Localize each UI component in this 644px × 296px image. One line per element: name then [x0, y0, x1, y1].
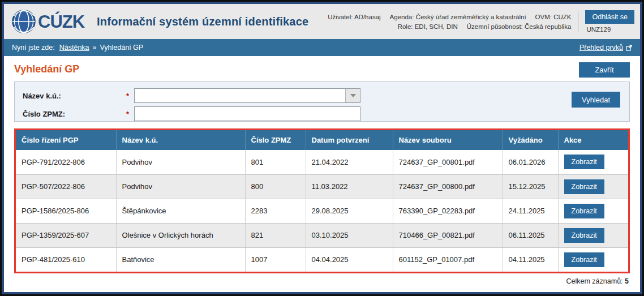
table-cell: 24.11.2025: [503, 199, 558, 223]
records-total-value: 5: [625, 277, 629, 285]
results-table: Číslo řízení PGP Název k.ú. Číslo ZPMZ D…: [16, 130, 628, 272]
user-info-area: Uživatel: AD/hasaj Agenda: Český úřad ze…: [328, 10, 634, 33]
table-cell-akce: Zobrazit: [558, 247, 628, 272]
zobrazit-button[interactable]: Zobrazit: [564, 179, 604, 194]
table-cell: Podvihov: [116, 150, 245, 174]
form-row-cislo-zpmz: Číslo ZPMZ: *: [23, 106, 620, 121]
user-info-line-1: Uživatel: AD/hasaj Agenda: Český úřad ze…: [328, 14, 571, 20]
required-marker: *: [126, 92, 134, 100]
globe-icon: [11, 8, 37, 35]
cislo-zpmz-label: Číslo ZPMZ:: [23, 110, 126, 118]
zobrazit-button[interactable]: Zobrazit: [564, 228, 604, 243]
user-label: Uživatel: AD/hasaj: [328, 14, 380, 20]
table-cell-akce: Zobrazit: [558, 150, 628, 174]
agenda-label: Agenda: Český úřad zeměměřický a katastr…: [390, 14, 526, 20]
table-cell: 763390_GP_02283.pdf: [393, 199, 503, 223]
user-info-lines: Uživatel: AD/hasaj Agenda: Český úřad ze…: [328, 14, 571, 30]
table-cell: 821: [245, 223, 306, 247]
zobrazit-button[interactable]: Zobrazit: [564, 155, 604, 169]
table-cell: 11.03.2022: [306, 174, 393, 199]
overview-link-label: Přehled prvků: [579, 44, 623, 52]
table-cell: 2283: [245, 199, 306, 223]
table-cell: Štěpánkovice: [116, 199, 245, 223]
results-table-highlight: Číslo řízení PGP Název k.ú. Číslo ZPMZ D…: [14, 128, 630, 273]
page-frame: CÚZK Informační systém územní identifika…: [2, 2, 642, 294]
app-header: CÚZK Informační systém územní identifika…: [4, 4, 640, 39]
nazev-ku-combobox[interactable]: [134, 88, 360, 103]
table-row: PGP-1586/2025-806Štěpánkovice228329.08.2…: [16, 199, 628, 223]
nazev-ku-input[interactable]: [135, 89, 345, 102]
col-header-datum-potvrzeni: Datum potvrzení: [306, 130, 393, 150]
table-cell: 801: [245, 150, 306, 174]
table-cell: PGP-507/2022-806: [16, 174, 116, 199]
table-row: PGP-791/2022-806Podvihov80121.04.2022724…: [16, 150, 628, 174]
cuzk-logo: CÚZK: [11, 8, 84, 35]
col-header-nazev-souboru: Název souboru: [393, 130, 503, 150]
table-cell-akce: Zobrazit: [558, 199, 628, 223]
table-cell: Olešnice v Orlických horách: [116, 223, 245, 247]
table-cell: PGP-1359/2025-607: [16, 223, 116, 247]
zobrazit-button[interactable]: Zobrazit: [564, 204, 604, 218]
logout-button[interactable]: Odhlásit se: [585, 10, 634, 24]
role-label: Role: EDI, SCH, DIN: [398, 23, 458, 30]
table-cell: PGP-481/2025-610: [16, 247, 116, 272]
breadcrumb-prefix: Nyní jste zde:: [12, 44, 55, 52]
col-header-nazev-ku: Název k.ú.: [116, 130, 245, 150]
search-form: Název k.ú.: * Číslo ZPMZ: * Vyhledat: [14, 81, 630, 122]
table-body: PGP-791/2022-806Podvihov80121.04.2022724…: [16, 150, 628, 272]
main-content: Vyhledání GP Zavřít Název k.ú.: * Číslo …: [4, 56, 640, 292]
page-title: Vyhledání GP: [14, 63, 630, 75]
user-info-line-2: Role: EDI, SCH, DIN Územní působnost: Če…: [328, 23, 571, 30]
ovm-label: OVM: CUZK: [535, 14, 572, 20]
app-title: Informační systém územní identifikace: [97, 15, 308, 28]
table-cell: 601152_GP_01007.pdf: [393, 247, 503, 272]
close-button[interactable]: Zavřít: [579, 62, 630, 78]
logout-column: Odhlásit se UNZ129: [585, 10, 634, 33]
nazev-ku-dropdown-button[interactable]: [345, 89, 360, 102]
search-button[interactable]: Vyhledat: [572, 92, 620, 108]
logo-text: CÚZK: [38, 13, 84, 31]
breadcrumb-bar: Nyní jste zde: Nástěnka » Vyhledání GP P…: [4, 39, 640, 56]
external-link-icon: [626, 45, 632, 51]
table-row: PGP-507/2022-806Podvihov80011.03.2022724…: [16, 174, 628, 199]
table-cell: 06.11.2025: [503, 223, 558, 247]
table-cell: Podvihov: [116, 174, 245, 199]
table-cell: 710466_GP_00821.pdf: [393, 223, 503, 247]
nazev-ku-label: Název k.ú.:: [23, 92, 126, 100]
table-cell: 15.12.2025: [503, 174, 558, 199]
breadcrumb-home-link[interactable]: Nástěnka: [59, 44, 89, 52]
breadcrumb-current: Vyhledání GP: [100, 44, 144, 52]
table-cell: 04.11.2025: [503, 247, 558, 272]
cislo-zpmz-input[interactable]: [134, 106, 360, 121]
chevron-down-icon: [350, 94, 356, 97]
col-header-cislo-zpmz: Číslo ZPMZ: [245, 130, 306, 150]
col-header-akce: Akce: [558, 130, 628, 150]
table-cell: 03.10.2025: [306, 223, 393, 247]
scope-label: Územní působnost: Česká republika: [467, 23, 572, 30]
table-cell: 1007: [245, 247, 306, 272]
table-cell-akce: Zobrazit: [558, 174, 628, 199]
session-code: UNZ129: [585, 26, 611, 33]
table-cell: PGP-1586/2025-806: [16, 199, 116, 223]
table-cell-akce: Zobrazit: [558, 223, 628, 247]
user-area-divider: [578, 11, 578, 32]
records-total-label: Celkem záznamů:: [566, 277, 623, 285]
table-cell: PGP-791/2022-806: [16, 150, 116, 174]
col-header-vyzadano: Vyžádáno: [503, 130, 558, 150]
table-cell: 724637_GP_00801.pdf: [393, 150, 503, 174]
breadcrumb-separator: »: [93, 44, 97, 52]
table-cell: Batňovice: [116, 247, 245, 272]
table-row: PGP-481/2025-610Batňovice100704.04.20256…: [16, 247, 628, 272]
overview-link[interactable]: Přehled prvků: [579, 44, 632, 52]
table-cell: 21.04.2022: [306, 150, 393, 174]
table-row: PGP-1359/2025-607Olešnice v Orlických ho…: [16, 223, 628, 247]
required-marker: *: [126, 110, 134, 118]
table-cell: 04.04.2025: [306, 247, 393, 272]
records-total: Celkem záznamů: 5: [14, 277, 630, 285]
table-cell: 724637_GP_00800.pdf: [393, 174, 503, 199]
form-row-nazev-ku: Název k.ú.: *: [23, 88, 620, 103]
table-cell: 06.01.2026: [503, 150, 558, 174]
zobrazit-button[interactable]: Zobrazit: [564, 252, 604, 267]
app-window: CÚZK Informační systém územní identifika…: [0, 0, 644, 296]
table-header-row: Číslo řízení PGP Název k.ú. Číslo ZPMZ D…: [16, 130, 628, 150]
